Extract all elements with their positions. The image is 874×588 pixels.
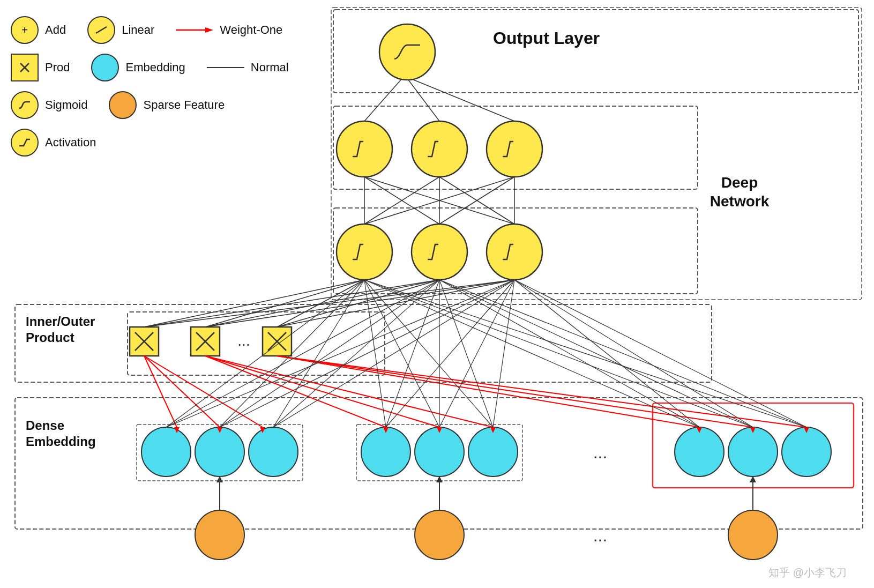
svg-point-14	[379, 24, 435, 80]
svg-line-96	[514, 280, 753, 427]
svg-line-114	[364, 280, 806, 427]
dense-embedding-label2: Embedding	[26, 434, 96, 449]
svg-line-115	[439, 280, 806, 427]
svg-line-71	[144, 356, 177, 427]
main-container: { "legend": { "items": [ {"id": "add", "…	[0, 0, 874, 588]
svg-point-43	[195, 427, 244, 477]
svg-line-79	[205, 356, 439, 427]
svg-point-20	[487, 224, 542, 280]
dense-embedding-label1: Dense	[26, 418, 64, 433]
svg-line-63	[205, 280, 364, 327]
svg-line-110	[364, 280, 699, 427]
svg-line-94	[439, 280, 493, 427]
svg-point-47	[415, 427, 464, 477]
svg-line-108	[364, 280, 493, 427]
svg-line-22	[408, 80, 439, 121]
svg-point-48	[468, 427, 518, 477]
svg-point-51	[728, 427, 778, 477]
svg-line-87	[277, 356, 806, 427]
watermark: 知乎 @小李飞刀	[768, 567, 847, 578]
dots-embedding1: ...	[593, 443, 608, 462]
diagram-svg: Deep Network Output Layer	[0, 0, 874, 588]
dots-sparse: ...	[593, 526, 608, 545]
svg-line-107	[439, 280, 514, 427]
svg-point-15	[337, 121, 392, 177]
inner-outer-label1: Inner/Outer	[26, 314, 95, 329]
inner-outer-label2: Product	[26, 330, 74, 345]
svg-line-75	[144, 356, 263, 427]
svg-line-113	[439, 280, 753, 427]
svg-point-18	[337, 224, 392, 280]
svg-point-53	[195, 510, 244, 560]
svg-point-50	[675, 427, 724, 477]
svg-point-46	[361, 427, 410, 477]
svg-point-52	[782, 427, 831, 477]
svg-point-16	[412, 121, 467, 177]
svg-line-109	[493, 280, 514, 427]
svg-line-21	[364, 80, 401, 121]
dots-product: ...	[237, 332, 250, 349]
svg-point-19	[412, 224, 467, 280]
svg-line-23	[414, 80, 514, 121]
output-layer-label: Output Layer	[493, 28, 600, 48]
svg-line-90	[220, 280, 364, 427]
svg-point-55	[728, 510, 778, 560]
deep-network-label: Deep	[721, 174, 758, 191]
deep-network-label2: Network	[710, 193, 770, 210]
svg-point-42	[141, 427, 191, 477]
svg-line-73	[144, 356, 220, 427]
svg-point-54	[415, 510, 464, 560]
svg-point-44	[249, 427, 298, 477]
svg-point-17	[487, 121, 542, 177]
